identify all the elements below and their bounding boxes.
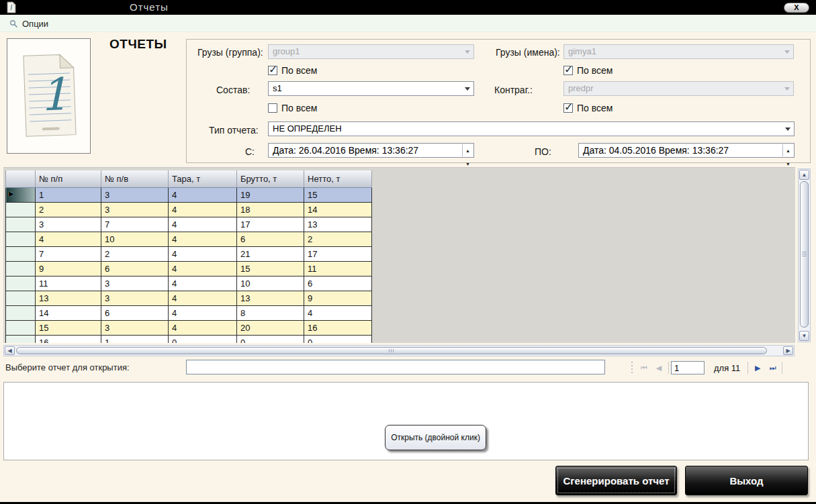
row-selector[interactable]	[6, 232, 36, 246]
composition-combo[interactable]: s1	[268, 81, 474, 96]
scroll-right-icon[interactable]: ▶	[783, 346, 793, 355]
grid-cell[interactable]: 4	[304, 305, 372, 320]
grid-cell[interactable]: 15	[237, 261, 304, 276]
grid-cell[interactable]: 2	[36, 202, 101, 217]
grid-cell[interactable]: 4	[36, 232, 101, 246]
row-selector[interactable]	[6, 202, 36, 217]
nav-last-button[interactable]: ⏭	[765, 361, 780, 374]
row-selector[interactable]	[6, 335, 36, 343]
exit-button[interactable]: Выход	[685, 466, 808, 495]
grid-cell[interactable]: 18	[237, 202, 304, 217]
grid-cell[interactable]: 4	[169, 305, 237, 320]
nav-first-button[interactable]: ⏮	[637, 361, 651, 374]
horizontal-scrollbar[interactable]: ◀ ▶	[3, 345, 795, 356]
grid-cell[interactable]: 17	[304, 246, 372, 261]
vertical-scrollbar[interactable]: ▲ ▼	[798, 168, 811, 342]
column-header[interactable]: Нетто, т	[304, 170, 372, 187]
grid-cell[interactable]: 3	[101, 291, 169, 305]
grid-cell[interactable]: 1	[36, 187, 101, 202]
contractor-all-checkbox[interactable]: По всем	[563, 103, 613, 113]
grid-cell[interactable]: 14	[36, 305, 101, 320]
grid-cell[interactable]: 2	[304, 232, 372, 246]
scroll-up-icon[interactable]: ▲	[799, 170, 809, 180]
date-to-field[interactable]: Дата: 04.05.2016 Время: 13:36:27 ▲ ▼	[578, 143, 795, 158]
spinner-up-icon[interactable]: ▲	[783, 144, 793, 158]
checkbox-icon[interactable]	[268, 103, 277, 113]
cargo-group-all-checkbox[interactable]: По всем	[268, 65, 317, 76]
grid-cell[interactable]: 15	[304, 187, 372, 202]
grid-cell[interactable]: 0	[169, 335, 237, 343]
contractor-combo[interactable]: predpr	[563, 81, 794, 96]
selector-column-header[interactable]	[6, 170, 36, 187]
grid-cell[interactable]: 2	[101, 246, 169, 261]
grid-cell[interactable]: 3	[101, 276, 169, 291]
scroll-left-icon[interactable]: ◀	[5, 346, 15, 355]
grid-cell[interactable]: 4	[169, 261, 237, 276]
grid-cell[interactable]: 0	[237, 335, 304, 343]
grid-cell[interactable]: 4	[169, 217, 237, 232]
grid-cell[interactable]: 13	[237, 291, 304, 305]
grid-cell[interactable]: 13	[304, 217, 372, 232]
vertical-scrollbar-thumb[interactable]	[800, 181, 809, 327]
horizontal-scrollbar-thumb[interactable]	[16, 347, 767, 354]
grid-cell[interactable]: 6	[237, 232, 304, 246]
grid-cell[interactable]: 8	[237, 305, 304, 320]
grid-cell[interactable]: 6	[101, 261, 169, 276]
checkbox-icon[interactable]	[563, 66, 573, 75]
column-header[interactable]: Брутто, т	[237, 170, 304, 187]
row-selector[interactable]	[6, 217, 36, 232]
column-header[interactable]: Тара, т	[169, 170, 237, 187]
row-selector[interactable]	[6, 305, 36, 320]
cargo-names-all-checkbox[interactable]: По всем	[563, 65, 613, 76]
grid-cell[interactable]: 15	[36, 320, 101, 335]
grid-cell[interactable]: 6	[101, 305, 169, 320]
generate-report-button[interactable]: Сгенерировать отчет	[555, 466, 677, 495]
nav-prev-button[interactable]: ◀	[651, 361, 666, 374]
grid-cell[interactable]: 0	[304, 335, 372, 343]
column-header[interactable]: № п/п	[36, 170, 101, 187]
grid-cell[interactable]: 4	[169, 246, 237, 261]
checkbox-icon[interactable]	[563, 103, 573, 113]
date-to-spinner[interactable]: ▲ ▼	[782, 144, 793, 156]
grid-cell[interactable]: 6	[304, 276, 372, 291]
grid-cell[interactable]: 4	[169, 276, 237, 291]
navigator-grip[interactable]	[630, 362, 634, 374]
row-selector[interactable]	[6, 276, 36, 291]
grid-cell[interactable]: 4	[169, 202, 237, 217]
grid-cell[interactable]: 14	[304, 202, 372, 217]
grid-cell[interactable]: 3	[36, 217, 101, 232]
grid-cell[interactable]: 4	[169, 291, 237, 305]
grid-cell[interactable]: 7	[36, 246, 101, 261]
report-picker-input[interactable]	[186, 360, 605, 374]
grid-cell[interactable]: 4	[169, 232, 237, 246]
grid-cell[interactable]: 9	[304, 291, 372, 305]
date-from-field[interactable]: Дата: 26.04.2016 Время: 13:36:27 ▲ ▼	[268, 143, 474, 158]
grid-cell[interactable]: 11	[36, 276, 101, 291]
grid-cell[interactable]: 11	[304, 261, 372, 276]
grid-cell[interactable]: 10	[237, 276, 304, 291]
composition-all-checkbox[interactable]: По всем	[268, 103, 317, 113]
menu-options[interactable]: Опции	[7, 17, 51, 30]
row-selector[interactable]	[6, 261, 36, 276]
grid-cell[interactable]: 19	[237, 187, 304, 202]
spinner-up-icon[interactable]: ▲	[463, 144, 473, 158]
date-from-spinner[interactable]: ▲ ▼	[462, 144, 473, 156]
report-type-combo[interactable]: НЕ ОПРЕДЕЛЕН	[268, 121, 795, 136]
grid-cell[interactable]: 7	[101, 217, 169, 232]
grid-cell[interactable]: 3	[101, 202, 169, 217]
grid-cell[interactable]: 16	[36, 335, 101, 343]
close-button[interactable]: X	[784, 3, 809, 13]
row-selector[interactable]: ▶	[6, 187, 36, 202]
grid-cell[interactable]: 3	[101, 187, 169, 202]
grid-cell[interactable]: 21	[237, 246, 304, 261]
nav-position-input[interactable]	[671, 361, 705, 374]
grid-cell[interactable]: 10	[101, 232, 169, 246]
cargo-names-combo[interactable]: gimya1	[563, 44, 794, 59]
scroll-down-icon[interactable]: ▼	[799, 331, 809, 341]
row-selector[interactable]	[6, 246, 36, 261]
column-header[interactable]: № п/в	[101, 170, 169, 187]
checkbox-icon[interactable]	[268, 66, 277, 75]
grid-cell[interactable]: 9	[36, 261, 101, 276]
grid-cell[interactable]: 4	[169, 320, 237, 335]
grid-cell[interactable]: 3	[101, 320, 169, 335]
